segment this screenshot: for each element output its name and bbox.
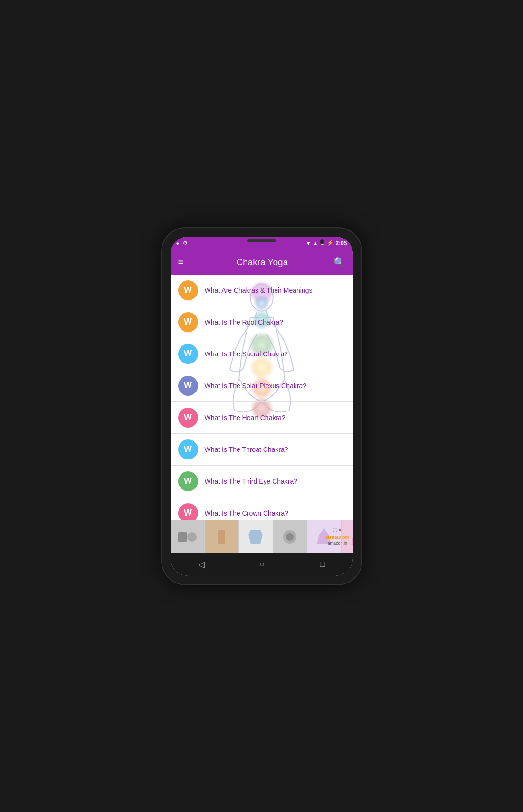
item-text-8: What Is The Crown Chakra? (205, 509, 288, 517)
home-button[interactable]: ○ (260, 559, 265, 569)
nav-bar: ◁ ○ □ (171, 553, 353, 576)
svg-rect-10 (178, 532, 187, 542)
ad-image-1 (171, 520, 205, 553)
search-icon[interactable]: 🔍 (333, 257, 345, 268)
list-item[interactable]: W What Is The Heart Chakra? (171, 402, 353, 434)
list-item[interactable]: W What Is The Third Eye Chakra? (171, 466, 353, 497)
recent-button[interactable]: □ (320, 559, 325, 569)
item-text-4: What Is The Solar Plexus Chakra? (205, 382, 307, 390)
ad-brand-info: ⓘ ✕ amazon amazon.in (326, 527, 349, 545)
phone-speaker (247, 239, 276, 242)
status-bar: ● ⚙ ▼ ▲ ▲ ⚡ 2:05 (171, 237, 353, 250)
app-title: Chakra Yoga (191, 257, 333, 267)
menu-list: W What Are Chakras & Their Meanings W Wh… (171, 275, 353, 520)
amazon-logo: amazon (326, 534, 349, 541)
status-icons-right: ▼ ▲ ▲ ⚡ 2:05 (306, 240, 347, 247)
avatar-6: W (178, 439, 198, 459)
avatar-2: W (178, 312, 198, 332)
battery-icon: ⚡ (327, 240, 333, 246)
item-text-3: What Is The Sacral Chakra? (205, 350, 288, 358)
avatar-4: W (178, 376, 198, 396)
ad-images (171, 520, 353, 553)
item-text-1: What Are Chakras & Their Meanings (205, 287, 313, 294)
amazon-domain: amazon.in (328, 541, 348, 545)
ad-image-4 (273, 520, 307, 553)
item-text-7: What Is The Third Eye Chakra? (205, 478, 298, 485)
phone-device: ● ⚙ ▼ ▲ ▲ ⚡ 2:05 ≡ Chakra Yoga 🔍 (162, 228, 361, 584)
item-text-5: What Is The Heart Chakra? (205, 414, 285, 421)
phone-screen-container: ● ⚙ ▼ ▲ ▲ ⚡ 2:05 ≡ Chakra Yoga 🔍 (171, 237, 353, 576)
list-item[interactable]: W What Is The Throat Chakra? (171, 434, 353, 466)
ad-image-3 (239, 520, 273, 553)
list-item[interactable]: W What Is The Root Chakra? (171, 306, 353, 338)
item-text-6: What Is The Throat Chakra? (205, 446, 288, 453)
avatar-7: W (178, 471, 198, 491)
wifi-icon: ▼ (306, 240, 311, 246)
status-icons-left: ● ⚙ (176, 240, 188, 246)
list-item[interactable]: W What Is The Crown Chakra? (171, 497, 353, 520)
whatsapp-icon: ● (176, 240, 180, 246)
svg-rect-12 (218, 530, 225, 544)
ad-info-icon: ⓘ ✕ (333, 527, 342, 534)
status-time: 2:05 (335, 240, 347, 247)
android-icon: ⚙ (183, 240, 188, 246)
menu-icon[interactable]: ≡ (178, 257, 184, 267)
svg-point-11 (187, 532, 197, 542)
avatar-1: W (178, 280, 198, 300)
avatar-8: W (178, 503, 198, 520)
svg-point-14 (286, 533, 294, 541)
ad-image-2 (205, 520, 239, 553)
back-button[interactable]: ◁ (198, 559, 205, 570)
ad-banner[interactable]: ⓘ ✕ amazon amazon.in (171, 520, 353, 553)
avatar-3: W (178, 344, 198, 364)
signal-icon: ▲ (313, 240, 318, 246)
screen: ● ⚙ ▼ ▲ ▲ ⚡ 2:05 ≡ Chakra Yoga 🔍 (171, 237, 353, 576)
item-text-2: What Is The Root Chakra? (205, 318, 283, 326)
content-area: W What Are Chakras & Their Meanings W Wh… (171, 275, 353, 520)
list-item[interactable]: W What Is The Sacral Chakra? (171, 338, 353, 370)
list-item[interactable]: W What Is The Solar Plexus Chakra? (171, 370, 353, 402)
avatar-5: W (178, 408, 198, 428)
toolbar: ≡ Chakra Yoga 🔍 (171, 250, 353, 275)
list-item[interactable]: W What Are Chakras & Their Meanings (171, 275, 353, 306)
phone-camera (320, 239, 324, 244)
